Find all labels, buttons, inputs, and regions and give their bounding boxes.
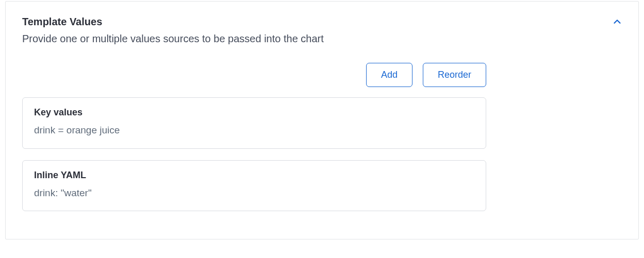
value-source-card[interactable]: Inline YAML drink: "water" [22, 160, 486, 212]
card-value-inline-yaml: drink: "water" [34, 186, 474, 201]
panel-content: Add Reorder Key values drink = orange ju… [22, 63, 486, 211]
section-description: Provide one or multiple values sources t… [22, 31, 609, 46]
reorder-button[interactable]: Reorder [423, 63, 486, 87]
chevron-up-icon [612, 16, 623, 27]
collapse-toggle[interactable] [609, 14, 625, 29]
card-value-key-values: drink = orange juice [34, 123, 474, 138]
header-text-block: Template Values Provide one or multiple … [22, 16, 609, 46]
value-source-card[interactable]: Key values drink = orange juice [22, 97, 486, 149]
card-title-inline-yaml: Inline YAML [34, 170, 474, 181]
section-title: Template Values [22, 16, 609, 28]
add-button[interactable]: Add [366, 63, 412, 87]
card-title-key-values: Key values [34, 107, 474, 118]
action-button-row: Add Reorder [22, 63, 486, 87]
panel-header: Template Values Provide one or multiple … [22, 16, 622, 46]
template-values-panel: Template Values Provide one or multiple … [5, 1, 639, 239]
